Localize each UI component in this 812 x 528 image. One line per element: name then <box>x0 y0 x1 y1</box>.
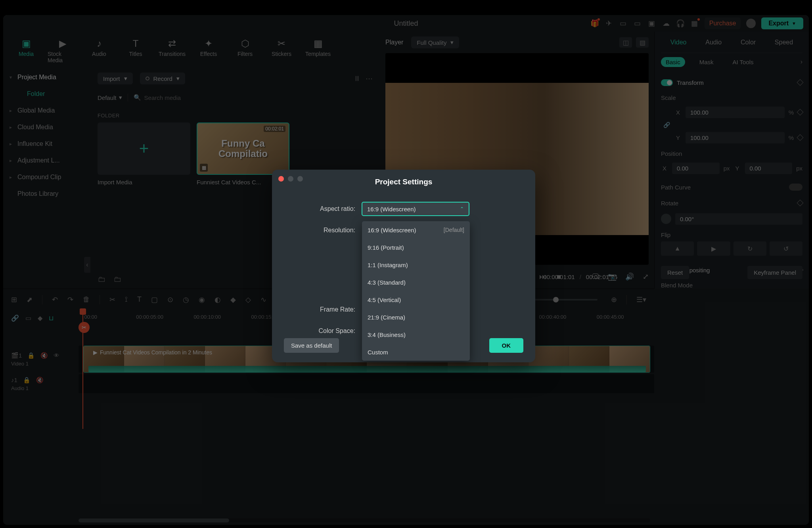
ok-button[interactable]: OK <box>489 338 524 353</box>
aspect-option-4-3[interactable]: 4:3 (Standard) <box>362 274 470 291</box>
redo-button[interactable]: ↷ <box>67 295 73 304</box>
tab-transitions[interactable]: ⇄Transitions <box>157 35 187 67</box>
filter-icon[interactable]: ⫼ <box>354 74 361 83</box>
send-icon[interactable]: ✈ <box>605 19 613 28</box>
sidebar-item-folder[interactable]: Folder <box>3 86 90 102</box>
search-input[interactable] <box>144 94 373 101</box>
aspect-option-21-9[interactable]: 21:9 (Cinema) <box>362 308 470 326</box>
tab-effects[interactable]: ✦Effects <box>193 35 224 67</box>
aspect-ratio-select[interactable]: 16:9 (Widescreen) ⌃ <box>362 202 469 216</box>
apps-icon[interactable]: ▦ <box>690 19 699 28</box>
subtab-mask[interactable]: Mask <box>695 57 718 67</box>
pos-x-input[interactable]: 0.00 <box>672 163 720 174</box>
search-box[interactable]: 🔍 <box>134 94 373 101</box>
import-media-card[interactable]: + Import Media <box>98 122 190 186</box>
export-button[interactable]: Export▼ <box>761 17 803 29</box>
timeline-scrollbar[interactable] <box>79 518 650 522</box>
marker-icon[interactable]: ◆ <box>38 314 42 322</box>
camera-icon[interactable]: 📷 <box>608 272 617 281</box>
link-icon[interactable]: 🔗 <box>661 122 802 128</box>
save-icon[interactable]: ▣ <box>647 19 656 28</box>
props-tab-speed[interactable]: Speed <box>771 36 797 48</box>
keyframe-icon[interactable] <box>797 79 804 86</box>
tab-stock-media[interactable]: ▶Stock Media <box>48 35 78 67</box>
mute-icon[interactable]: 🔇 <box>36 377 44 384</box>
import-button[interactable]: Import▾ <box>98 73 133 84</box>
keyframe-icon[interactable] <box>797 134 804 141</box>
sidebar-item-adjustment-layer[interactable]: ▸Adjustment L... <box>3 152 90 169</box>
aspect-option-1-1[interactable]: 1:1 (Instagram) <box>362 256 470 274</box>
purchase-button[interactable]: Purchase <box>705 17 741 29</box>
tab-templates[interactable]: ▦Templates <box>303 35 333 67</box>
sidebar-item-influence-kit[interactable]: ▸Influence Kit <box>3 136 90 152</box>
lock-icon[interactable]: 🔒 <box>27 352 35 359</box>
clock-button[interactable]: ◷ <box>183 295 189 304</box>
props-tab-audio[interactable]: Audio <box>701 36 726 48</box>
more-icon[interactable]: ⋯ <box>366 74 373 83</box>
aspect-option-16-9[interactable]: 16:9 (Widescreen)[Default] <box>362 221 470 239</box>
sidebar-item-project-media[interactable]: ▾Project Media <box>3 69 90 86</box>
keyframe-panel-button[interactable]: Keyframe Panel <box>747 266 802 279</box>
rotate-input[interactable]: 0.00° <box>675 213 802 225</box>
audio-button[interactable]: ∿ <box>260 295 266 304</box>
keyframe-icon[interactable] <box>797 200 804 207</box>
subtab-ai-tools[interactable]: AI Tools <box>728 57 758 67</box>
marker-button[interactable]: ◆ <box>230 295 236 304</box>
link-tracks-icon[interactable]: 🔗 <box>11 314 19 322</box>
user-avatar[interactable] <box>746 19 756 28</box>
mute-icon[interactable]: 🔇 <box>40 352 48 359</box>
cloud-icon[interactable]: ▭ <box>619 19 628 28</box>
screen-icon[interactable]: ▭ <box>633 19 642 28</box>
audio-track[interactable] <box>79 374 654 393</box>
path-curve-toggle[interactable] <box>789 184 802 191</box>
aspect-option-4-5[interactable]: 4:5 (Vertical) <box>362 291 470 308</box>
upload-icon[interactable]: ☁ <box>662 19 670 28</box>
magnet-icon[interactable]: ⊞ <box>11 295 17 304</box>
sort-selector[interactable]: Default▾ <box>98 94 122 101</box>
text-button[interactable]: T <box>137 295 142 304</box>
record-button[interactable]: Record▾ <box>140 73 185 84</box>
playhead-cut-button[interactable]: ✂ <box>79 322 90 333</box>
transform-toggle[interactable] <box>661 79 673 86</box>
split-button[interactable]: ✂ <box>109 295 115 304</box>
sidebar-item-photos-library[interactable]: Photos Library <box>3 186 90 202</box>
headphones-icon[interactable]: 🎧 <box>676 19 685 28</box>
fullscreen-icon[interactable]: ⤢ <box>643 272 649 281</box>
tab-stickers[interactable]: ✂Stickers <box>266 35 297 67</box>
rotate-dial[interactable] <box>661 214 671 224</box>
pos-y-input[interactable]: 0.00 <box>745 163 793 174</box>
sidebar-item-compound-clip[interactable]: ▸Compound Clip <box>3 169 90 186</box>
props-tab-video[interactable]: Video <box>666 36 691 48</box>
snapshot-button[interactable]: ▧ <box>636 37 649 48</box>
scale-y-input[interactable]: 100.00 <box>686 132 785 143</box>
keyframe-button[interactable]: ◇ <box>245 295 251 304</box>
aspect-option-9-16[interactable]: 9:16 (Portrait) <box>362 239 470 256</box>
reset-button[interactable]: Reset <box>661 266 689 279</box>
subtab-basic[interactable]: Basic <box>661 57 685 67</box>
chevron-right-icon[interactable]: › <box>801 58 802 65</box>
mask-button[interactable]: ◐ <box>214 295 221 304</box>
magnet-icon[interactable]: ⊔ <box>49 314 54 322</box>
snap-icon[interactable]: ▭ <box>25 314 31 322</box>
compare-view-button[interactable]: ◫ <box>619 37 632 48</box>
rotate-cw-button[interactable]: ↻ <box>733 241 766 256</box>
tab-filters[interactable]: ⬡Filters <box>230 35 260 67</box>
zoom-slider[interactable] <box>534 299 598 300</box>
copy-button[interactable]: ▢ <box>151 295 158 304</box>
color-button[interactable]: ◉ <box>199 295 205 304</box>
tab-audio[interactable]: ♪Audio <box>84 35 114 67</box>
collapse-sidebar-button[interactable]: ‹ <box>84 257 90 273</box>
close-button[interactable] <box>278 176 284 182</box>
tab-media[interactable]: ▣Media <box>11 35 41 67</box>
save-as-default-button[interactable]: Save as default <box>284 338 339 353</box>
display-icon[interactable]: 🖵 <box>592 272 599 281</box>
new-folder-icon[interactable]: 🗀 <box>98 275 105 284</box>
tab-titles[interactable]: TTitles <box>121 35 151 67</box>
zoom-fit-button[interactable]: ⊕ <box>611 295 617 304</box>
undo-button[interactable]: ↶ <box>52 295 58 304</box>
flip-v-button[interactable]: ▶ <box>697 241 730 256</box>
crop-button[interactable]: ⟟ <box>125 295 128 304</box>
keyframe-icon[interactable] <box>797 109 804 116</box>
sidebar-item-cloud-media[interactable]: ▸Cloud Media <box>3 119 90 136</box>
rotate-ccw-button[interactable]: ↺ <box>770 241 802 256</box>
